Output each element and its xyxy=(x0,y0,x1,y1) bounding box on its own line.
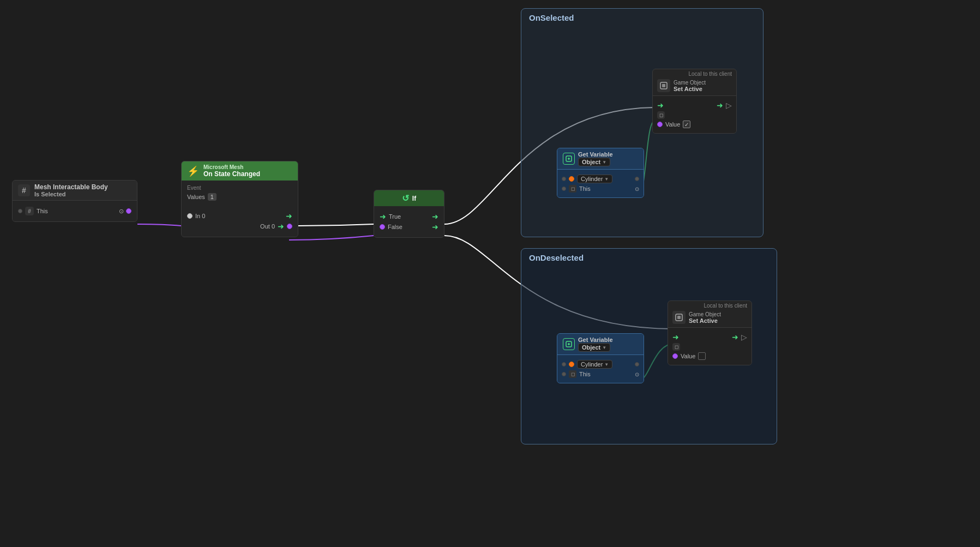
onselected-cylinder-label: Cylinder xyxy=(581,176,603,182)
ondeselected-title: OnDeselected xyxy=(521,249,777,267)
if-false-out-arrow: ➜ xyxy=(432,223,438,231)
onselected-getvar-node: Get Variable Object ▼ Cylinder ▼ xyxy=(557,148,644,198)
ondeselected-getvar-port1 xyxy=(562,362,566,366)
if-header: ↺ If xyxy=(374,190,444,206)
onselected-getvar-sub: Object xyxy=(582,159,600,165)
onselected-gosetactive-node: Local to this client Game Object Set Act… xyxy=(652,69,737,134)
onselected-cylinder-dropdown[interactable]: Cylinder ▼ xyxy=(577,175,612,183)
if-false-in-port xyxy=(380,224,385,230)
ondeselected-local-label: Local to this client xyxy=(668,301,751,309)
onselected-go-exec-row: ➜ ➜ ▷ xyxy=(657,101,732,110)
ondeselected-value-checkbox[interactable] xyxy=(698,352,706,360)
onselected-go-value-label: Value xyxy=(665,121,680,128)
ondeselected-go-exec-row: ➜ ➜ ▷ xyxy=(672,333,747,341)
onselected-go-value-port xyxy=(657,122,663,127)
ondeselected-cylinder-dropdown[interactable]: Cylinder ▼ xyxy=(577,360,612,369)
if-body: ➜ True ➜ False ➜ xyxy=(374,206,444,237)
if-true-out-arrow: ➜ xyxy=(432,212,438,221)
onselected-getvar-orange xyxy=(569,176,574,182)
ondeselected-this-icon: ◻ xyxy=(569,370,576,378)
onselected-getvar-port2 xyxy=(635,177,639,181)
ondeselected-gosetactive-icon xyxy=(672,311,686,324)
onselected-getvar-title: Get Variable xyxy=(578,151,613,158)
onselected-getvar-port1 xyxy=(562,177,566,181)
ondeselected-go-label1: Game Object xyxy=(689,311,721,317)
onselected-getvar-cylinder-row: Cylinder ▼ xyxy=(562,175,639,183)
ondeselected-getvar-node: Get Variable Object ▼ Cylinder ▼ xyxy=(557,333,644,383)
onselected-go-obj-row: ◻ xyxy=(657,111,732,119)
onselected-getvar-body: Cylinder ▼ ◻ This ⊙ xyxy=(557,170,644,197)
ondeselected-getvar-dropdown[interactable]: Object ▼ xyxy=(578,343,610,352)
onselected-go-label1: Game Object xyxy=(674,80,706,86)
connection-lines xyxy=(0,0,980,547)
state-in-arrow: ➜ xyxy=(286,212,292,220)
onselected-getvar-dropdown[interactable]: Object ▼ xyxy=(578,158,610,166)
ondeselected-go-obj-icon: ◻ xyxy=(672,343,680,351)
onselected-this-clock: ⊙ xyxy=(635,186,639,192)
onselected-go-obj-icon: ◻ xyxy=(657,111,665,119)
if-false-row: False ➜ xyxy=(380,223,438,231)
ondeselected-getvar-cylinder-row: Cylinder ▼ xyxy=(562,360,639,369)
state-event-label: On State Changed xyxy=(203,170,260,178)
onselected-go-label2: Set Active xyxy=(674,86,706,92)
state-out-port xyxy=(287,224,292,229)
state-out-label: Out 0 xyxy=(260,223,275,230)
ondeselected-getvar-this-row: ◻ This ⊙ xyxy=(562,370,639,378)
svg-rect-2 xyxy=(662,84,665,87)
svg-rect-5 xyxy=(677,316,681,319)
mesh-clock-icon: ⊙ xyxy=(119,208,124,215)
state-values-row: Values 1 xyxy=(187,193,292,201)
onselected-getvar-header: Get Variable Object ▼ xyxy=(557,148,644,170)
ondeselected-getvar-title: Get Variable xyxy=(578,336,613,343)
mesh-interactable-body-node: # Mesh Interactable Body Is Selected # T… xyxy=(12,180,137,222)
state-out-arrow: ➜ xyxy=(278,222,284,231)
ondeselected-go-out-arrow: ➜ xyxy=(732,333,738,341)
if-true-row: ➜ True ➜ xyxy=(380,212,438,221)
mesh-this-icon: # xyxy=(25,207,34,215)
ondeselected-getvar-icon xyxy=(563,338,575,350)
ondeselected-play-icon: ▷ xyxy=(741,333,747,341)
state-provider-label: Microsoft Mesh xyxy=(203,164,260,170)
state-event-type: Event xyxy=(187,185,292,191)
onselected-this-icon: ◻ xyxy=(569,185,576,193)
if-title: If xyxy=(412,195,416,202)
ondeselected-getvar-orange xyxy=(569,362,574,367)
state-node-header: ⚡ Microsoft Mesh On State Changed xyxy=(182,161,298,181)
mesh-port-in xyxy=(18,209,22,213)
refresh-icon: ↺ xyxy=(402,193,409,203)
state-in-port xyxy=(187,213,193,219)
onselected-value-checkbox[interactable]: ✓ xyxy=(683,121,690,128)
onselected-local-label: Local to this client xyxy=(653,69,736,77)
onselected-gosetactive-title: Game Object Set Active xyxy=(653,77,736,96)
mesh-port-out xyxy=(126,208,131,214)
ondeselected-container: OnDeselected Get Variable Object ▼ xyxy=(521,248,777,444)
node-mesh-body: # This ⊙ xyxy=(13,201,137,221)
ondeselected-this-label: This xyxy=(579,371,591,377)
state-values-badge: 1 xyxy=(208,193,217,201)
ondeselected-go-value-row: Value xyxy=(672,352,747,360)
ondeselected-getvar-port2 xyxy=(635,362,639,366)
onselected-go-value-row: Value ✓ xyxy=(657,121,732,128)
state-node-body: Event Values 1 In 0 ➜ Out 0 ➜ xyxy=(182,181,298,237)
ondeselected-getvar-body: Cylinder ▼ ◻ This ⊙ xyxy=(557,355,644,383)
node-mesh-header: # Mesh Interactable Body Is Selected xyxy=(13,181,137,201)
onselected-go-out-arrow: ➜ xyxy=(717,101,723,110)
onselected-title: OnSelected xyxy=(521,9,763,27)
if-true-in-arrow: ➜ xyxy=(380,212,386,221)
mesh-port-this: # This ⊙ xyxy=(18,207,131,215)
onselected-getvar-icon xyxy=(563,153,575,165)
onselected-this-label: This xyxy=(579,185,591,192)
ondeselected-gosetactive-title: Game Object Set Active xyxy=(668,309,751,328)
ondeselected-gosetactive-node: Local to this client Game Object Set Act… xyxy=(668,300,752,365)
node-mesh-title: Mesh Interactable Body xyxy=(34,183,108,191)
onselected-gosetactive-icon xyxy=(657,79,670,92)
ondeselected-getvar-port3 xyxy=(562,372,566,376)
state-in-row: In 0 ➜ xyxy=(187,212,292,220)
microsoft-mesh-state-node: ⚡ Microsoft Mesh On State Changed Event … xyxy=(181,161,298,237)
if-true-label: True xyxy=(389,213,401,220)
state-in-label: In 0 xyxy=(195,213,205,219)
if-false-label: False xyxy=(388,224,402,230)
node-mesh-subtitle: Is Selected xyxy=(34,191,108,197)
onselected-getvar-dropdown-arrow: ▼ xyxy=(602,160,606,165)
ondeselected-getvar-sub: Object xyxy=(582,344,600,351)
